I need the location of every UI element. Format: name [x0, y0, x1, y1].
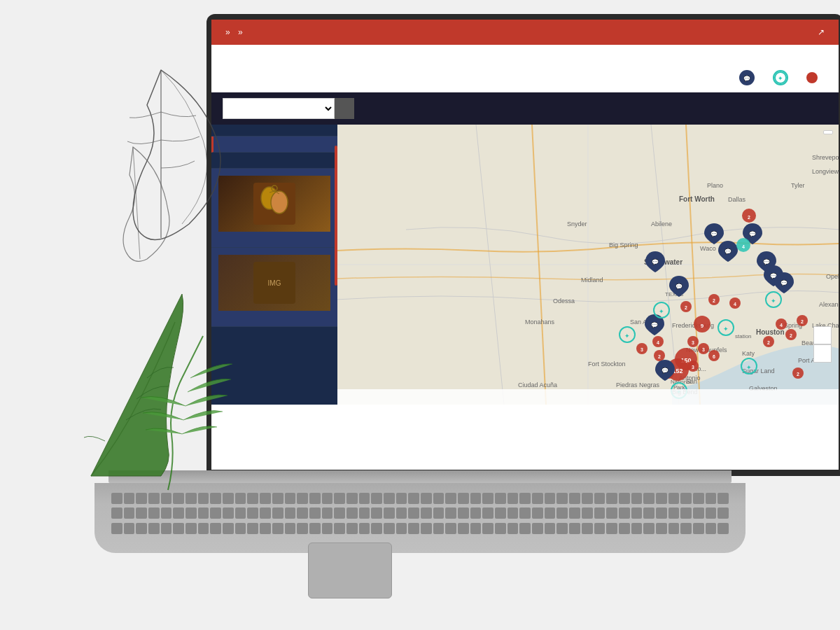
laptop-frame: » » ↗ 💬: [0, 0, 840, 630]
keyboard-key: [458, 507, 469, 519]
keyboard-key: [631, 507, 643, 519]
zoom-in-button[interactable]: [813, 326, 832, 344]
keyboard-key: [161, 523, 172, 534]
keyboard-key: [161, 507, 172, 519]
sidebar-image-4: IMG: [218, 255, 330, 311]
keyboard-key: [173, 493, 184, 504]
keyboard-key: [519, 523, 531, 534]
keyboard-key: [173, 507, 184, 519]
svg-text:✦: ✦: [771, 298, 776, 304]
keyboard-key: [680, 523, 692, 534]
keyboard-key: [359, 523, 370, 534]
keyboard-key: [693, 493, 704, 504]
keyboard-key: [247, 493, 258, 504]
browser-top-bar: » » ↗: [211, 20, 839, 45]
legend-multiple: [806, 72, 822, 83]
keyboard-key: [186, 493, 197, 504]
keyboard-key: [198, 507, 209, 519]
keyboard-key: [482, 493, 493, 504]
svg-text:2: 2: [685, 305, 687, 310]
keyboard-key: [260, 493, 271, 504]
keyboard-key: [186, 523, 197, 534]
keyboard-key: [198, 493, 209, 504]
keyboard-key: [210, 493, 221, 504]
keyboard-key: [569, 523, 580, 534]
keyboard-key: [161, 493, 172, 504]
keyboard-key: [532, 523, 543, 534]
search-wrapper: [223, 98, 354, 119]
keyboard-key: [495, 493, 506, 504]
keyboard-key: [445, 523, 456, 534]
sidebar-item-4[interactable]: IMG: [211, 248, 337, 327]
keyboard-key: [495, 507, 506, 519]
svg-text:Alexandria: Alexandria: [819, 301, 839, 308]
svg-text:💬: 💬: [652, 258, 659, 265]
keyboard-key: [408, 523, 419, 534]
svg-text:2: 2: [790, 333, 792, 338]
svg-text:💬: 💬: [780, 279, 788, 286]
svg-text:Fort Worth: Fort Worth: [679, 195, 715, 203]
svg-text:✦: ✦: [624, 332, 630, 340]
keyboard-key: [421, 507, 432, 519]
keyboard-key: [223, 493, 234, 504]
keyboard-key: [706, 493, 717, 504]
svg-text:💬: 💬: [749, 230, 756, 237]
share-button[interactable]: ↗: [818, 27, 827, 37]
svg-text:9: 9: [701, 323, 704, 329]
sidebar-item-3[interactable]: [211, 169, 337, 248]
svg-text:Monahans: Monahans: [525, 318, 555, 326]
keyboard-key: [297, 507, 308, 519]
svg-text:2: 2: [801, 319, 804, 324]
sidebar-item-1[interactable]: [211, 136, 337, 153]
svg-text:3: 3: [692, 365, 694, 370]
keyboard-key: [718, 493, 729, 504]
keyboard-key: [384, 507, 395, 519]
map-area[interactable]: Plano Dallas Fort Worth Tyler Longview S…: [337, 125, 839, 405]
keyboard-key: [668, 507, 680, 519]
toolbar: [211, 92, 839, 125]
svg-text:Odessa: Odessa: [553, 298, 575, 304]
touchpad[interactable]: [308, 542, 392, 598]
svg-text:💬: 💬: [743, 75, 750, 82]
keyboard-key: [223, 523, 234, 534]
keyboard-key: [582, 507, 593, 519]
svg-text:💬: 💬: [662, 367, 668, 374]
svg-text:3: 3: [702, 347, 705, 352]
keyboard-key: [594, 507, 606, 519]
sidebar-item-2[interactable]: [211, 153, 337, 169]
search-select[interactable]: [223, 98, 335, 119]
svg-point-6: [271, 191, 288, 214]
keyboard-key: [272, 523, 284, 534]
keyboard-key: [346, 493, 358, 504]
keyboard-key: [285, 523, 296, 534]
svg-text:2: 2: [713, 298, 715, 303]
keyboard-key: [396, 507, 407, 519]
main-content: IMG: [211, 125, 839, 405]
keyboard-key: [619, 523, 630, 534]
keyboard-key: [656, 507, 667, 519]
sidebar-title-4: [218, 311, 232, 319]
keyboard-key: [384, 523, 395, 534]
svg-text:Midland: Midland: [581, 276, 603, 284]
keyboard-key: [210, 507, 221, 519]
keyboard-key: [631, 523, 643, 534]
keyboard-key: [124, 523, 135, 534]
keyboard-key: [371, 523, 382, 534]
header-area: [211, 45, 839, 70]
keyboard-key: [656, 493, 667, 504]
keyboard-key: [322, 507, 333, 519]
keyboard-key: [124, 507, 135, 519]
keyboard-key: [458, 523, 469, 534]
clear-filters-button[interactable]: [823, 130, 833, 134]
search-button[interactable]: [335, 98, 354, 119]
keyboard-key: [272, 507, 284, 519]
keyboard-key: [445, 507, 456, 519]
keyboard-key: [198, 523, 209, 534]
zoom-out-button[interactable]: [813, 344, 832, 363]
keyboard-key: [470, 507, 482, 519]
keyboard-key: [433, 507, 444, 519]
keyboard-key: [235, 523, 246, 534]
keyboard-key: [507, 493, 519, 504]
svg-text:4: 4: [742, 244, 745, 249]
keyboard-key: [173, 523, 184, 534]
